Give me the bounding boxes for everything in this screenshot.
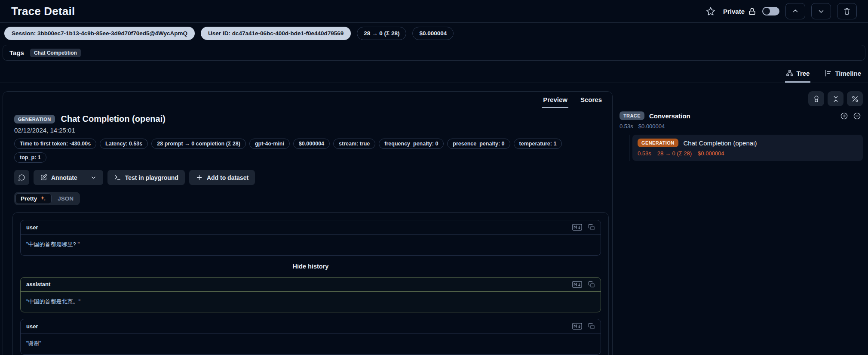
tree-icon xyxy=(786,69,794,77)
star-icon xyxy=(706,6,715,16)
chevrons-collapse-icon xyxy=(832,95,840,103)
copy-icon xyxy=(588,323,595,330)
tab-scores[interactable]: Scores xyxy=(580,96,603,108)
trash-icon xyxy=(843,7,851,15)
markdown-toggle-button[interactable] xyxy=(572,323,582,330)
trace-id-badges: Session: 3bb00ec7-1b13-4c9b-85ee-3d9d70f… xyxy=(0,23,868,44)
previous-observation-button[interactable] xyxy=(785,3,805,19)
collapse-all-button[interactable] xyxy=(828,91,843,106)
tab-scores-label: Scores xyxy=(580,96,602,103)
generation-type-badge: GENERATION xyxy=(14,115,55,123)
generation-title: Chat Completion (openai) xyxy=(684,139,757,147)
chevron-up-icon xyxy=(791,7,799,15)
add-to-dataset-button[interactable]: Add to dataset xyxy=(189,170,255,185)
expand-all-button[interactable] xyxy=(840,112,848,120)
tab-tree[interactable]: Tree xyxy=(785,68,811,83)
format-pretty-option[interactable]: Pretty xyxy=(15,193,52,204)
privacy-control: Private xyxy=(723,7,779,15)
pill-stream: stream: true xyxy=(333,139,375,149)
message-content: "谢谢" xyxy=(21,333,601,354)
observation-timestamp: 02/12/2024, 14:25:01 xyxy=(3,124,612,134)
markdown-toggle-button[interactable] xyxy=(572,281,582,288)
add-to-dataset-label: Add to dataset xyxy=(207,174,248,181)
next-observation-button[interactable] xyxy=(811,3,831,19)
generation-cost: $0.000004 xyxy=(698,150,724,157)
message-content: "中国的首都是北京。" xyxy=(21,292,601,312)
message-header: assistant xyxy=(21,278,601,292)
format-json-label: JSON xyxy=(58,195,74,202)
tags-label: Tags xyxy=(9,49,24,56)
pill-token-usage: 28 prompt → 0 completion (Σ 28) xyxy=(151,139,246,149)
markdown-icon xyxy=(572,323,582,330)
chevron-down-icon xyxy=(90,174,97,181)
message-tools xyxy=(572,323,595,330)
annotate-button[interactable]: Annotate xyxy=(34,170,84,185)
metadata-pill-row-2: top_p: 1 xyxy=(14,152,601,163)
comment-button[interactable] xyxy=(14,170,29,185)
pill-latency: Latency: 0.53s xyxy=(100,139,148,149)
message-role: user xyxy=(26,323,38,330)
tree-item-trace[interactable]: TRACE Conversation xyxy=(620,111,863,120)
pill-model[interactable]: gpt-4o-mini xyxy=(249,139,290,149)
message-user-1: user "中国的首都是哪里? " xyxy=(20,220,601,256)
minus-circle-icon xyxy=(853,112,861,120)
tags-section: Tags Chat Competition xyxy=(3,45,865,61)
generation-metrics: 0.53s 28 → 0 (Σ 28) $0.000004 xyxy=(638,150,858,157)
observation-panel: Preview Scores GENERATION Chat Completio… xyxy=(3,91,613,355)
privacy-toggle[interactable] xyxy=(762,7,779,15)
tree-children: GENERATION Chat Completion (openai) 0.53… xyxy=(629,135,863,161)
tree-toolbar xyxy=(620,91,863,106)
session-badge[interactable]: Session: 3bb00ec7-1b13-4c9b-85ee-3d9d70f… xyxy=(4,27,195,40)
tab-timeline-label: Timeline xyxy=(835,70,861,77)
plus-circle-icon xyxy=(840,112,848,120)
trace-cost: $0.000004 xyxy=(638,123,665,130)
tree-item-generation[interactable]: GENERATION Chat Completion (openai) 0.53… xyxy=(632,135,863,161)
format-json-option[interactable]: JSON xyxy=(52,193,79,204)
copy-button[interactable] xyxy=(588,281,595,288)
tag-chat-competition[interactable]: Chat Competition xyxy=(30,49,81,57)
generation-latency: 0.53s xyxy=(638,150,651,157)
view-mode-tabs: Tree Timeline xyxy=(0,63,868,83)
tab-timeline[interactable]: Timeline xyxy=(823,68,862,83)
copy-icon xyxy=(588,281,595,288)
copy-button[interactable] xyxy=(588,323,595,330)
format-toggle: Pretty JSON xyxy=(14,192,80,205)
message-header: user xyxy=(21,220,601,235)
collapse-node-button[interactable] xyxy=(853,112,861,120)
message-user-2: user "谢谢" xyxy=(20,319,601,355)
markdown-icon xyxy=(572,281,582,288)
scores-toggle-button[interactable] xyxy=(808,91,824,106)
top-bar-actions: Private xyxy=(704,3,857,19)
annotate-pen-icon xyxy=(40,174,47,181)
pill-temperature: temperature: 1 xyxy=(514,139,562,149)
hide-history-button[interactable]: Hide history xyxy=(288,262,333,271)
pill-frequency-penalty: frequency_penalty: 0 xyxy=(379,139,444,149)
message-header: user xyxy=(21,319,601,333)
trace-title: Conversation xyxy=(649,112,690,120)
tab-tree-label: Tree xyxy=(797,70,810,77)
tab-preview[interactable]: Preview xyxy=(542,96,568,108)
generation-row: GENERATION Chat Completion (openai) xyxy=(638,139,858,147)
pill-presence-penalty: presence_penalty: 0 xyxy=(447,139,510,149)
token-usage-badge: 28 → 0 (Σ 28) xyxy=(357,27,406,40)
user-id-badge[interactable]: User ID: dc47a41e-06bc-400d-bde1-f0e440d… xyxy=(201,27,351,40)
format-pretty-label: Pretty xyxy=(21,195,37,202)
bookmark-star-button[interactable] xyxy=(704,5,717,18)
metadata-pill-row-1: Time to first token: -430.00s Latency: 0… xyxy=(14,139,601,149)
metadata-pills: Time to first token: -430.00s Latency: 0… xyxy=(3,134,612,163)
pill-top-p: top_p: 1 xyxy=(14,152,46,163)
chevron-down-icon xyxy=(817,7,825,15)
plus-icon xyxy=(196,174,203,181)
privacy-label: Private xyxy=(723,8,745,15)
markdown-toggle-button[interactable] xyxy=(572,224,582,231)
annotate-dropdown-button[interactable] xyxy=(84,170,103,185)
terminal-icon xyxy=(114,174,121,181)
message-tools xyxy=(572,224,595,231)
metrics-toggle-button[interactable] xyxy=(847,91,863,106)
test-in-playground-button[interactable]: Test in playground xyxy=(107,170,185,185)
delete-trace-button[interactable] xyxy=(837,3,857,19)
copy-button[interactable] xyxy=(588,224,595,231)
tab-preview-label: Preview xyxy=(543,96,567,103)
main-content: Preview Scores GENERATION Chat Completio… xyxy=(0,83,868,355)
copy-icon xyxy=(588,224,595,231)
